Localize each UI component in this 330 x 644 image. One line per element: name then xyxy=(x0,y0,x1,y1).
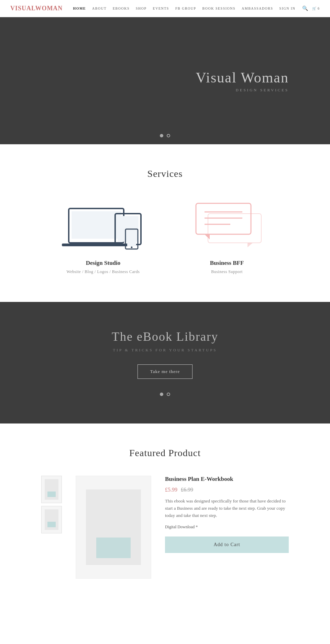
nav-item-about[interactable]: ABOUT xyxy=(92,7,107,10)
design-studio-icon xyxy=(62,196,144,251)
services-section: Services Design Studio xyxy=(0,144,330,302)
nav-actions: 🔍 🛒 6 xyxy=(302,5,320,11)
ebook-subtitle: TIP & TRICKS FOR YOUR STARTUPS xyxy=(113,348,217,352)
services-grid: Design Studio Website / Blog / Logos / B… xyxy=(14,196,316,274)
ebook-dot-1[interactable] xyxy=(160,393,163,396)
price-old: £6.99 xyxy=(181,487,193,493)
nav-links: HOME ABOUT EBOOKS SHOP EVENTS FB GROUP B… xyxy=(73,7,302,10)
service-desc-design-studio: Website / Blog / Logos / Business Cards xyxy=(67,269,140,274)
product-digital-label: Digital Download * xyxy=(165,524,289,530)
ebook-title: The eBook Library xyxy=(112,329,218,344)
hero-section: Visual Woman DESIGN SERVICES xyxy=(0,17,330,144)
product-price: £5.99 £6.99 xyxy=(165,487,289,493)
hero-title: Visual Woman xyxy=(196,69,289,86)
product-thumbnail-1[interactable] xyxy=(41,476,62,503)
svg-rect-1 xyxy=(72,211,121,239)
nav-item-ebooks[interactable]: EBOOKS xyxy=(113,7,130,10)
service-name-business-bff: Business BFF xyxy=(210,260,244,267)
hero-dot-1[interactable] xyxy=(160,134,163,137)
brand-logo[interactable]: VISUALWOMAN xyxy=(10,5,63,12)
nav-item-shop[interactable]: SHOP xyxy=(136,7,147,10)
featured-section: Featured Product Business Plan E-Workbo xyxy=(0,423,330,606)
nav-item-home[interactable]: HOME xyxy=(73,7,86,10)
thumb-inner-2 xyxy=(45,509,58,530)
svg-point-7 xyxy=(131,247,133,248)
thumb-accent-1 xyxy=(47,492,56,497)
brand-name-part1: VISUAL xyxy=(10,5,35,12)
take-me-there-button[interactable]: Take me there xyxy=(138,364,192,379)
navigation: VISUALWOMAN HOME ABOUT EBOOKS SHOP EVENT… xyxy=(0,0,330,17)
nav-item-fb-group[interactable]: FB GROUP xyxy=(175,7,196,10)
thumb-inner-1 xyxy=(45,479,58,500)
svg-rect-8 xyxy=(196,203,251,234)
product-main-image xyxy=(76,476,151,579)
product-name: Business Plan E-Workbook xyxy=(165,476,289,483)
product-info: Business Plan E-Workbook £5.99 £6.99 Thi… xyxy=(165,476,289,553)
hero-carousel-dots xyxy=(160,134,170,137)
service-card-design-studio: Design Studio Website / Blog / Logos / B… xyxy=(55,196,151,274)
brand-name-part2: WOMAN xyxy=(35,5,63,12)
hero-subtitle: DESIGN SERVICES xyxy=(236,88,289,92)
svg-rect-6 xyxy=(127,231,136,246)
product-thumbnail-2[interactable] xyxy=(41,506,62,533)
hero-dot-2[interactable] xyxy=(167,134,170,137)
product-img-inner xyxy=(86,489,141,565)
product-layout: Business Plan E-Workbook £5.99 £6.99 Thi… xyxy=(14,476,316,579)
svg-marker-14 xyxy=(248,243,253,247)
nav-item-events[interactable]: EVENTS xyxy=(153,7,169,10)
nav-item-book-sessions[interactable]: BOOK SESSIONS xyxy=(202,7,235,10)
cart-icon[interactable]: 🛒 6 xyxy=(312,7,320,10)
nav-item-ambassadors[interactable]: AMBASSADORS xyxy=(242,7,273,10)
thumb-accent-2 xyxy=(47,522,56,527)
ebook-carousel-dots xyxy=(160,393,170,396)
svg-marker-12 xyxy=(205,234,210,239)
featured-title: Featured Product xyxy=(14,448,316,459)
services-title: Services xyxy=(14,168,316,179)
business-bff-icon xyxy=(186,196,268,251)
product-description: This ebook was designed specifically for… xyxy=(165,498,289,519)
service-desc-business-bff: Business Support xyxy=(211,269,243,274)
service-name-design-studio: Design Studio xyxy=(86,260,121,267)
search-icon[interactable]: 🔍 xyxy=(302,5,308,11)
ebook-dot-2[interactable] xyxy=(167,393,170,396)
service-card-business-bff: Business BFF Business Support xyxy=(179,196,275,274)
add-to-cart-button[interactable]: Add to Cart xyxy=(165,536,289,553)
product-thumbnails xyxy=(41,476,62,533)
nav-item-sign-in[interactable]: SIGN IN xyxy=(279,7,296,10)
product-img-accent xyxy=(96,538,131,558)
ebook-section: The eBook Library TIP & TRICKS FOR YOUR … xyxy=(0,302,330,423)
price-new: £5.99 xyxy=(165,487,177,493)
